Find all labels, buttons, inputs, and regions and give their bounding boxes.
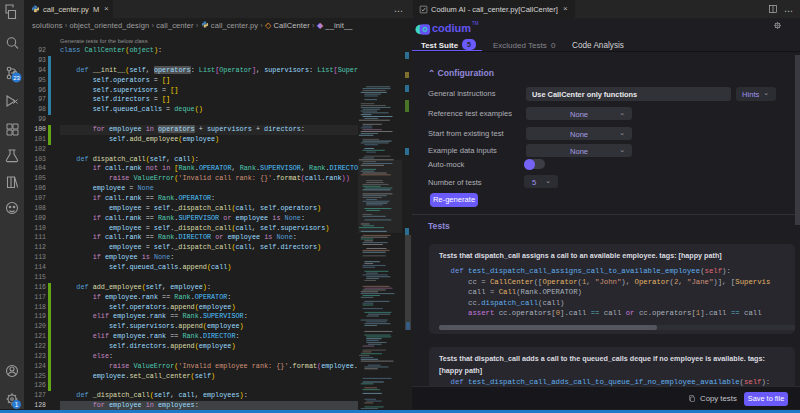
svg-text:1: 1 [15, 401, 19, 408]
svg-text:23: 23 [13, 75, 20, 81]
